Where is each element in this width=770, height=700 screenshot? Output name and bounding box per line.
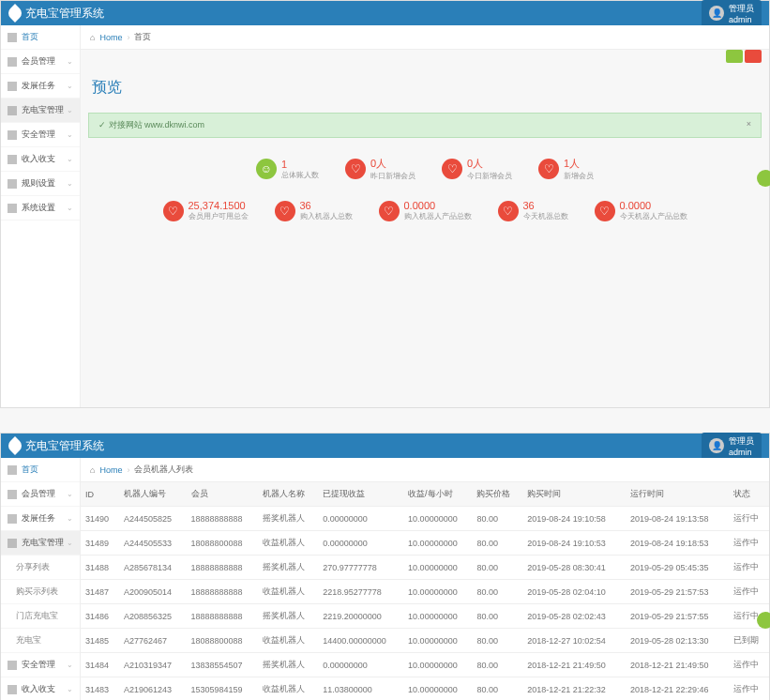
stat-label: 今天机器总数 <box>523 211 568 221</box>
home-icon: ⌂ <box>90 33 95 42</box>
sidebar: 首页会员管理⌄发展任务⌄充电宝管理⌄安全管理⌄收入收支⌄规则设置⌄系统设置⌄ <box>1 25 81 407</box>
table-row: 31485A2776246718088800088收益机器人14400.0000… <box>81 629 769 653</box>
status-toggles <box>81 50 769 70</box>
menu-icon <box>8 130 17 140</box>
stat-label: 今天机器人产品总数 <box>620 211 687 221</box>
sidebar-item-label: 充电宝管理 <box>22 104 64 116</box>
col-header: 状态 <box>729 482 769 507</box>
stat-value: 1 <box>281 159 319 170</box>
stat: ☺1总体账人数 <box>256 157 319 181</box>
stat-icon: ♡ <box>595 201 615 221</box>
brand: 充电宝管理系统 <box>8 438 104 454</box>
sidebar-item-label: 会员管理 <box>22 55 55 68</box>
crumb-home[interactable]: Home <box>99 465 122 475</box>
sidebar-item[interactable]: 收入收支⌄ <box>1 677 80 700</box>
chevron-down-icon: ⌄ <box>67 155 73 163</box>
crumb-home[interactable]: Home <box>99 33 122 42</box>
stat-label: 今日新增会员 <box>467 171 512 181</box>
sidebar-item-label: 安全管理 <box>22 659 55 671</box>
stat-label: 会员用户可用总金 <box>189 211 249 221</box>
sidebar-item[interactable]: 门店充电宝 <box>1 604 80 629</box>
table-row: 31483A21906124315305984159收益机器人11.038000… <box>81 677 769 701</box>
page-title: 预览 <box>81 70 769 105</box>
sidebar-item[interactable]: 安全管理⌄ <box>1 653 80 677</box>
stat-label: 总体账人数 <box>281 170 319 180</box>
menu-icon <box>8 490 17 499</box>
col-header: 购买价格 <box>472 482 522 507</box>
stat-value: 0人 <box>467 157 512 171</box>
table-row: 31489A24450553318088800088收益机器人0.0000000… <box>81 531 769 555</box>
status-link[interactable]: 运作中 <box>729 677 769 701</box>
crumb-current: 会员机器人列表 <box>134 464 193 476</box>
menu-icon <box>8 33 17 42</box>
avatar-icon: 👤 <box>709 438 724 453</box>
col-header: 机器人名称 <box>258 482 318 507</box>
stat-icon: ♡ <box>379 201 400 221</box>
sidebar-item[interactable]: 购买示列表 <box>1 580 80 604</box>
sidebar-item[interactable]: 会员管理⌄ <box>1 50 80 74</box>
col-header: 机器人编号 <box>119 482 187 507</box>
stat: ♡0人昨日新增会员 <box>345 157 415 181</box>
sidebar-item-label: 发展任务 <box>22 80 55 92</box>
stat-value: 25,374.1500 <box>189 200 249 211</box>
sidebar-item[interactable]: 充电宝管理⌄ <box>1 531 80 555</box>
stat: ♡36购入机器人总数 <box>275 200 353 221</box>
sidebar-item-label: 充电宝 <box>16 634 41 647</box>
sidebar-item-label: 系统设置 <box>22 202 55 214</box>
chevron-down-icon: ⌄ <box>67 685 73 693</box>
status-link[interactable]: 运作中 <box>729 555 769 580</box>
stat-label: 昨日新增会员 <box>370 171 415 181</box>
chevron-down-icon: ⌄ <box>67 514 73 523</box>
status-link[interactable]: 运作中 <box>729 580 769 604</box>
sidebar-item-label: 发展任务 <box>22 512 55 525</box>
header: 充电宝管理系统 👤 管理员admin <box>1 1 769 25</box>
status-link[interactable]: 已到期 <box>729 629 769 653</box>
sidebar-item[interactable]: 首页 <box>1 25 80 50</box>
stat: ♡36今天机器总数 <box>498 200 568 221</box>
off-badge[interactable] <box>745 50 762 63</box>
table-row: 31486A20885632518888888888摇奖机器人2219.2000… <box>81 604 769 629</box>
chevron-down-icon: ⌄ <box>67 661 73 669</box>
chevron-down-icon: ⌄ <box>67 57 73 66</box>
sidebar-item[interactable]: 系统设置⌄ <box>1 196 80 221</box>
sidebar-item[interactable]: 收入收支⌄ <box>1 147 80 172</box>
menu-icon <box>8 57 17 67</box>
close-icon[interactable]: × <box>747 119 751 131</box>
col-header: 收益/每小时 <box>403 482 472 507</box>
float-bubble[interactable] <box>757 612 770 629</box>
status-link[interactable]: 运行中 <box>729 507 769 531</box>
user-chip[interactable]: 👤 管理员admin <box>702 0 762 27</box>
sidebar-item[interactable]: 分享列表 <box>1 555 80 580</box>
sidebar-item-label: 门店充电宝 <box>16 610 58 622</box>
stat-icon: ♡ <box>498 201 519 221</box>
chevron-down-icon: ⌄ <box>67 82 73 90</box>
sidebar-item-label: 安全管理 <box>22 129 55 141</box>
status-link[interactable]: 运作中 <box>729 653 769 677</box>
sidebar-item[interactable]: 充电宝管理⌄ <box>1 99 80 123</box>
leaf-icon <box>6 436 24 455</box>
sidebar-item[interactable]: 首页 <box>1 458 80 482</box>
stat-value: 1人 <box>564 157 594 171</box>
menu-icon <box>8 179 17 189</box>
sidebar-item[interactable]: 会员管理⌄ <box>1 482 80 507</box>
sidebar-item-label: 分享列表 <box>16 561 50 573</box>
status-link[interactable]: 运作中 <box>729 531 769 555</box>
table-row: 31484A21031934713838554507摇奖机器人0.0000000… <box>81 653 769 677</box>
sidebar-item-label: 首页 <box>22 31 38 43</box>
float-bubble[interactable] <box>757 170 770 187</box>
stat-label: 购入机器人产品总数 <box>404 211 472 221</box>
sidebar-item[interactable]: 规则设置⌄ <box>1 172 80 196</box>
sidebar-item-label: 首页 <box>22 464 38 476</box>
chevron-down-icon: ⌄ <box>67 130 73 139</box>
sidebar-item[interactable]: 发展任务⌄ <box>1 74 80 99</box>
col-header: 运行时间 <box>626 482 729 507</box>
stat-icon: ♡ <box>163 201 184 221</box>
sidebar-item[interactable]: 安全管理⌄ <box>1 123 80 147</box>
breadcrumb: ⌂ Home › 会员机器人列表 <box>81 458 769 482</box>
sidebar-item[interactable]: 发展任务⌄ <box>1 507 80 531</box>
user-chip[interactable]: 👤 管理员admin <box>702 433 762 460</box>
sidebar-item[interactable]: 充电宝 <box>1 629 80 653</box>
breadcrumb: ⌂ Home › 首页 <box>81 25 769 50</box>
on-badge[interactable] <box>726 50 743 63</box>
sidebar-item-label: 购买示列表 <box>16 586 58 598</box>
